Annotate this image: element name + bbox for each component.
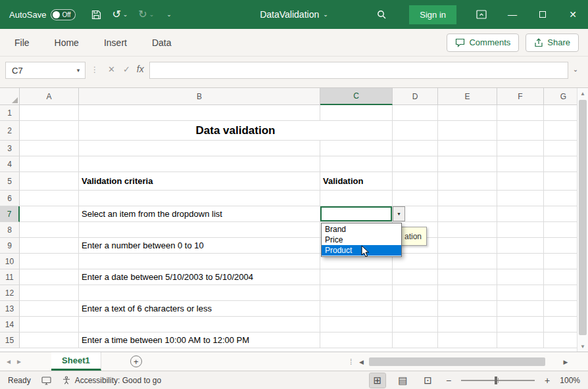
horizontal-scrollbar-track[interactable] [368, 357, 559, 367]
column-header-E[interactable]: E [438, 88, 497, 105]
row-header-3[interactable]: 3 [0, 141, 20, 156]
cell-B9[interactable]: Enter a number between 0 to 10 [79, 238, 320, 254]
cell-A11[interactable] [20, 269, 79, 285]
cell-A10[interactable] [20, 254, 79, 269]
cell-E13[interactable] [438, 301, 497, 317]
cell-B1[interactable] [79, 105, 320, 121]
cell-B5[interactable]: Validation criteria [79, 172, 320, 191]
cell-F8[interactable] [497, 222, 544, 238]
cell-F10[interactable] [497, 254, 544, 269]
cell-F12[interactable] [497, 285, 544, 301]
column-header-B[interactable]: B [79, 88, 320, 105]
cell-E1[interactable] [438, 105, 497, 121]
scroll-down-icon[interactable]: ▼ [577, 341, 588, 352]
row-header-7[interactable]: 7 [0, 206, 20, 222]
cell-B10[interactable] [79, 254, 320, 269]
cell-F14[interactable] [497, 317, 544, 332]
comments-button[interactable]: Comments [447, 34, 519, 52]
scroll-right-icon[interactable]: ▶ [560, 359, 571, 365]
cell-A9[interactable] [20, 238, 79, 254]
row-header-4[interactable]: 4 [0, 156, 20, 172]
row-header-2[interactable]: 2 [0, 121, 20, 141]
row-header-13[interactable]: 13 [0, 301, 20, 317]
cell-A5[interactable] [20, 172, 79, 191]
cell-D15[interactable] [393, 332, 438, 348]
cell-B12[interactable] [79, 285, 320, 301]
formula-input[interactable] [149, 62, 568, 79]
cell-A1[interactable] [20, 105, 79, 121]
cell-A8[interactable] [20, 222, 79, 238]
confirm-entry-button[interactable]: ✓ [123, 64, 130, 74]
page-break-view-button[interactable]: ⊡ [420, 373, 436, 388]
tab-home[interactable]: Home [55, 37, 79, 48]
cell-B3[interactable] [79, 141, 320, 156]
share-button[interactable]: Share [526, 34, 579, 52]
autosave-control[interactable]: AutoSave Off [9, 9, 76, 20]
cell-A15[interactable] [20, 332, 79, 348]
cell-E15[interactable] [438, 332, 497, 348]
cell-B2[interactable]: Data validation [79, 121, 393, 141]
cell-C15[interactable] [320, 332, 393, 348]
cell-E4[interactable] [438, 156, 497, 172]
redo-button[interactable]: ↻ ⌄ [134, 5, 158, 24]
cell-A3[interactable] [20, 141, 79, 156]
row-header-11[interactable]: 11 [0, 269, 20, 285]
cell-F4[interactable] [497, 156, 544, 172]
zoom-out-button[interactable]: − [445, 375, 453, 386]
cell-A14[interactable] [20, 317, 79, 332]
sheet-tab-sheet1[interactable]: Sheet1 [51, 352, 101, 371]
cell-E2[interactable] [438, 121, 497, 141]
cell-C5[interactable]: Validation [320, 172, 393, 191]
row-header-12[interactable]: 12 [0, 285, 20, 301]
zoom-slider[interactable] [461, 376, 535, 385]
cell-B11[interactable]: Enter a date between 5/10/2003 to 5/10/2… [79, 269, 320, 285]
cell-F2[interactable] [497, 121, 544, 141]
scroll-up-icon[interactable]: ▲ [577, 88, 588, 99]
cell-E11[interactable] [438, 269, 497, 285]
cell-B6[interactable] [79, 191, 320, 206]
new-sheet-button[interactable]: + [130, 355, 142, 367]
cell-E6[interactable] [438, 191, 497, 206]
row-header-6[interactable]: 6 [0, 191, 20, 206]
zoom-slider-thumb[interactable] [495, 377, 497, 384]
cell-E7[interactable] [438, 206, 497, 222]
cell-E14[interactable] [438, 317, 497, 332]
sheet-nav-right-icon[interactable]: ▸ [17, 357, 21, 366]
cell-D5[interactable] [393, 172, 438, 191]
cell-F1[interactable] [497, 105, 544, 121]
cell-A6[interactable] [20, 191, 79, 206]
maximize-button[interactable] [527, 0, 558, 29]
cell-F6[interactable] [497, 191, 544, 206]
row-header-1[interactable]: 1 [0, 105, 20, 121]
cell-C7[interactable] [320, 206, 393, 222]
cell-F5[interactable] [497, 172, 544, 191]
tab-file[interactable]: File [14, 37, 30, 48]
tab-data[interactable]: Data [152, 37, 172, 48]
expand-formula-bar-icon[interactable]: ⌄ [568, 66, 583, 73]
name-box[interactable]: C7 ▾ [5, 62, 86, 79]
dropdown-item-price[interactable]: Price [322, 235, 401, 245]
accessibility-checker[interactable]: Accessibility: Good to go [62, 376, 161, 385]
cell-D12[interactable] [393, 285, 438, 301]
vertical-scrollbar-thumb[interactable] [579, 100, 587, 335]
macro-record-button[interactable] [41, 376, 51, 385]
cell-C6[interactable] [320, 191, 393, 206]
sheet-nav-left-icon[interactable]: ◂ [7, 357, 11, 366]
cell-C3[interactable] [320, 141, 393, 156]
document-title[interactable]: DataValidation [260, 9, 319, 20]
cell-C11[interactable] [320, 269, 393, 285]
cell-D4[interactable] [393, 156, 438, 172]
cell-D13[interactable] [393, 301, 438, 317]
cell-C1[interactable] [320, 105, 393, 121]
cell-F15[interactable] [497, 332, 544, 348]
cell-B13[interactable]: Enter a text of 6 characters or less [79, 301, 320, 317]
cell-F11[interactable] [497, 269, 544, 285]
row-header-8[interactable]: 8 [0, 222, 20, 238]
column-header-D[interactable]: D [393, 88, 438, 105]
scrollbar-grip-icon[interactable]: ⁞ [350, 357, 352, 367]
cell-A13[interactable] [20, 301, 79, 317]
cell-F9[interactable] [497, 238, 544, 254]
cell-C4[interactable] [320, 156, 393, 172]
column-header-F[interactable]: F [497, 88, 544, 105]
cell-E3[interactable] [438, 141, 497, 156]
